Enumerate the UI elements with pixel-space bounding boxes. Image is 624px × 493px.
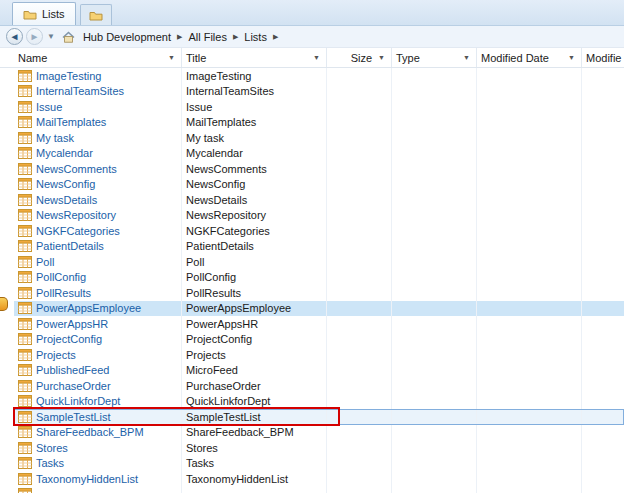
name-cell[interactable]: Stores: [14, 440, 182, 456]
column-header-modified-by[interactable]: Modifie: [582, 48, 624, 67]
list-row[interactable]: NewsComments NewsComments: [14, 161, 624, 177]
list-row[interactable]: NGKFCategories NGKFCategories: [14, 223, 624, 239]
name-cell[interactable]: NGKFCategories: [14, 223, 182, 239]
list-row[interactable]: PowerAppsHR PowerAppsHR: [14, 316, 624, 332]
list-row[interactable]: My task My task: [14, 130, 624, 146]
name-cell[interactable]: TaxonomyHiddenList: [14, 471, 182, 487]
breadcrumb-arrow-icon[interactable]: ▶: [177, 33, 182, 41]
list-row[interactable]: Projects Projects: [14, 347, 624, 363]
name-cell[interactable]: NewsRepository: [14, 208, 182, 224]
name-cell[interactable]: NewsComments: [14, 161, 182, 177]
list-row[interactable]: NewsDetails NewsDetails: [14, 192, 624, 208]
breadcrumb-site[interactable]: Hub Development: [83, 31, 171, 43]
row-name[interactable]: InternalTeamSites: [36, 85, 124, 97]
row-name[interactable]: PollConfig: [36, 271, 86, 283]
name-cell[interactable]: [14, 487, 182, 493]
name-cell[interactable]: NewsConfig: [14, 177, 182, 193]
name-cell[interactable]: Mycalendar: [14, 146, 182, 162]
list-row[interactable]: ProjectConfig ProjectConfig: [14, 332, 624, 348]
tab-new[interactable]: [80, 4, 112, 25]
name-cell[interactable]: Poll: [14, 254, 182, 270]
name-cell[interactable]: PublishedFeed: [14, 363, 182, 379]
name-cell[interactable]: QuickLinkforDept: [14, 394, 182, 410]
back-button[interactable]: ◄: [6, 28, 23, 45]
row-name[interactable]: PurchaseOrder: [36, 380, 111, 392]
row-name[interactable]: Mycalendar: [36, 147, 93, 159]
tab-lists[interactable]: Lists: [12, 2, 76, 25]
row-name[interactable]: PatientDetails: [36, 240, 104, 252]
row-name[interactable]: ProjectConfig: [36, 333, 102, 345]
breadcrumb-arrow-icon[interactable]: ▶: [273, 33, 278, 41]
list-row[interactable]: Stores Stores: [14, 440, 624, 456]
name-cell[interactable]: MailTemplates: [14, 115, 182, 131]
list-row[interactable]: PurchaseOrder PurchaseOrder: [14, 378, 624, 394]
name-cell[interactable]: Projects: [14, 347, 182, 363]
row-name[interactable]: NewsRepository: [36, 209, 116, 221]
column-header-modified-date[interactable]: Modified Date ▼: [477, 48, 582, 67]
filter-dropdown-icon[interactable]: ▼: [313, 54, 320, 61]
name-cell[interactable]: My task: [14, 130, 182, 146]
row-name[interactable]: QuickLinkforDept: [36, 395, 120, 407]
row-name[interactable]: PowerAppsEmployee: [36, 302, 141, 314]
column-header-name[interactable]: Name ▼: [14, 48, 182, 67]
list-row[interactable]: NewsRepository NewsRepository: [14, 208, 624, 224]
row-name[interactable]: My task: [36, 132, 74, 144]
name-cell[interactable]: ImageTesting: [14, 68, 182, 84]
name-cell[interactable]: Tasks: [14, 456, 182, 472]
breadcrumb-lists[interactable]: Lists: [244, 31, 267, 43]
name-cell[interactable]: PollResults: [14, 285, 182, 301]
breadcrumb-arrow-icon[interactable]: ▶: [233, 33, 238, 41]
history-dropdown-icon[interactable]: ▼: [47, 32, 55, 41]
list-row[interactable]: ShareFeedback_BPM ShareFeedback_BPM: [14, 425, 624, 441]
name-cell[interactable]: ShareFeedback_BPM: [14, 425, 182, 441]
name-cell[interactable]: Issue: [14, 99, 182, 115]
filter-dropdown-icon[interactable]: ▼: [568, 54, 575, 61]
name-cell[interactable]: SampleTestList: [14, 409, 182, 425]
row-name[interactable]: PowerAppsHR: [36, 318, 108, 330]
forward-button[interactable]: ►: [26, 28, 43, 45]
name-cell[interactable]: PurchaseOrder: [14, 378, 182, 394]
list-row[interactable]: [14, 487, 624, 493]
row-name[interactable]: ShareFeedback_BPM: [36, 426, 144, 438]
row-name[interactable]: NewsComments: [36, 163, 117, 175]
row-name[interactable]: SampleTestList: [36, 411, 111, 423]
list-row[interactable]: PublishedFeed MicroFeed: [14, 363, 624, 379]
name-cell[interactable]: PatientDetails: [14, 239, 182, 255]
row-name[interactable]: Stores: [36, 442, 68, 454]
list-row[interactable]: MailTemplates MailTemplates: [14, 115, 624, 131]
row-name[interactable]: Tasks: [36, 457, 64, 469]
list-row[interactable]: Poll Poll: [14, 254, 624, 270]
row-name[interactable]: Projects: [36, 349, 76, 361]
name-cell[interactable]: ProjectConfig: [14, 332, 182, 348]
filter-dropdown-icon[interactable]: ▼: [463, 54, 470, 61]
name-cell[interactable]: InternalTeamSites: [14, 84, 182, 100]
row-name[interactable]: Poll: [36, 256, 54, 268]
list-row[interactable]: NewsConfig NewsConfig: [14, 177, 624, 193]
column-header-type[interactable]: Type ▼: [392, 48, 477, 67]
row-name[interactable]: ImageTesting: [36, 70, 101, 82]
list-row[interactable]: QuickLinkforDept QuickLinkforDept: [14, 394, 624, 410]
list-row[interactable]: ImageTesting ImageTesting: [14, 68, 624, 84]
breadcrumb-all-files[interactable]: All Files: [188, 31, 227, 43]
row-name[interactable]: MailTemplates: [36, 116, 106, 128]
list-row[interactable]: Issue Issue: [14, 99, 624, 115]
row-name[interactable]: TaxonomyHiddenList: [36, 473, 138, 485]
filter-dropdown-icon[interactable]: ▼: [378, 54, 385, 61]
list-row[interactable]: InternalTeamSites InternalTeamSites: [14, 84, 624, 100]
list-row[interactable]: SampleTestList SampleTestList: [14, 409, 624, 425]
row-name[interactable]: NewsDetails: [36, 194, 97, 206]
list-row[interactable]: PowerAppsEmployee PowerAppsEmployee: [14, 301, 624, 317]
name-cell[interactable]: PowerAppsEmployee: [14, 301, 182, 317]
column-header-size[interactable]: Size ▼: [327, 48, 392, 67]
name-cell[interactable]: NewsDetails: [14, 192, 182, 208]
list-row[interactable]: PatientDetails PatientDetails: [14, 239, 624, 255]
column-header-title[interactable]: Title ▼: [182, 48, 327, 67]
filter-dropdown-icon[interactable]: ▼: [168, 54, 175, 61]
row-name[interactable]: Issue: [36, 101, 62, 113]
row-name[interactable]: NGKFCategories: [36, 225, 120, 237]
row-name[interactable]: PollResults: [36, 287, 91, 299]
list-row[interactable]: Tasks Tasks: [14, 456, 624, 472]
list-row[interactable]: PollConfig PollConfig: [14, 270, 624, 286]
name-cell[interactable]: PollConfig: [14, 270, 182, 286]
row-name[interactable]: NewsConfig: [36, 178, 95, 190]
